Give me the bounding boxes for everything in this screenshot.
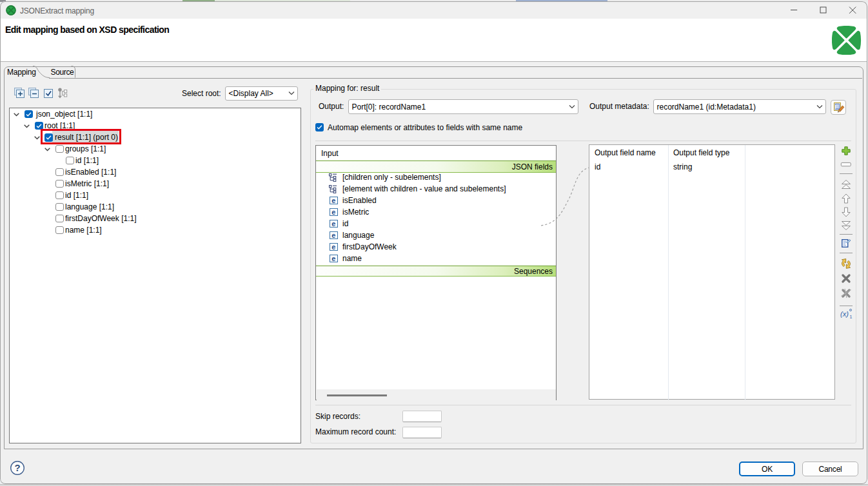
svg-text:?: ? bbox=[14, 462, 20, 473]
svg-text:1: 1 bbox=[850, 315, 853, 319]
svg-text:(x): (x) bbox=[840, 310, 849, 318]
